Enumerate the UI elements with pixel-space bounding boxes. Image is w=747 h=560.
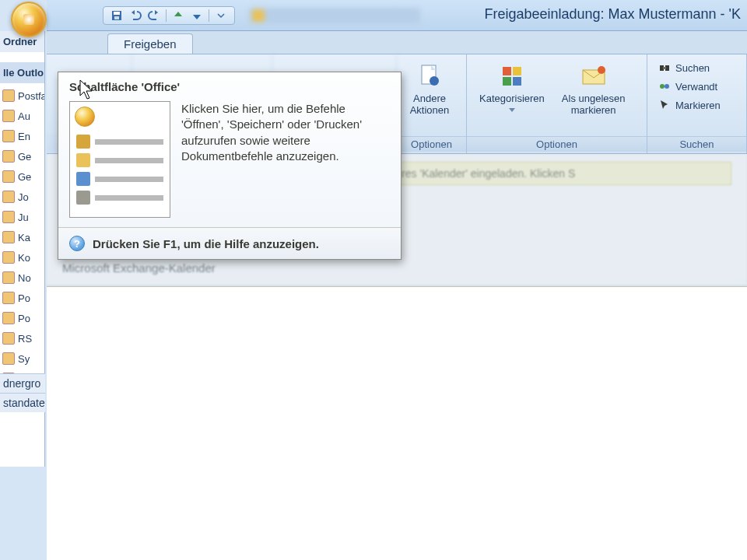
related-label: Verwandt xyxy=(675,81,717,93)
folder-icon xyxy=(2,89,15,102)
help-icon: ? xyxy=(69,236,85,251)
select-button[interactable]: Markieren xyxy=(655,96,724,114)
folder-icon xyxy=(2,271,15,284)
nav-group[interactable]: standate xyxy=(0,393,45,412)
categorize-label: Kategorisieren xyxy=(479,93,545,105)
nav-groups: dnergro standate xyxy=(0,373,45,412)
folder-item[interactable]: En xyxy=(0,126,44,146)
redo-button[interactable] xyxy=(147,9,161,23)
quick-access-toolbar xyxy=(103,6,235,25)
chevron-down-icon xyxy=(509,108,515,112)
folder-tree-root[interactable]: lle Outlo xyxy=(0,62,44,83)
tooltip-footer-text: Drücken Sie F1, um die Hilfe anzuzeigen. xyxy=(93,237,319,250)
folder-label: Ge xyxy=(18,151,31,163)
other-actions-label: Andere Aktionen xyxy=(410,93,450,117)
ribbon-tabs: Freigeben xyxy=(47,31,747,54)
folder-item[interactable]: Ge xyxy=(0,166,44,187)
next-item-button[interactable] xyxy=(190,9,204,23)
save-button[interactable] xyxy=(110,9,124,23)
document-gear-icon xyxy=(416,62,444,90)
down-arrow-icon xyxy=(191,9,203,22)
folder-list: Postfa Au En Ge Ge Jo Ju Ka Ko No Po Po … xyxy=(0,86,44,389)
svg-rect-1 xyxy=(114,12,120,15)
cursor-icon xyxy=(658,99,671,111)
folder-label: Postfa xyxy=(18,90,45,102)
folder-item[interactable]: Ju xyxy=(0,207,44,227)
ribbon-group-other-actions: Andere Aktionen Optionen xyxy=(397,54,467,153)
svg-rect-8 xyxy=(513,77,521,86)
svg-rect-7 xyxy=(503,77,511,86)
folder-item[interactable]: Po xyxy=(0,288,44,308)
mark-unread-label: Als ungelesen markieren xyxy=(562,93,626,117)
folder-icon xyxy=(2,110,15,122)
office-orb-mini-icon xyxy=(75,107,95,127)
svg-rect-13 xyxy=(663,67,666,69)
folder-icon xyxy=(2,191,15,203)
folder-item[interactable]: Jo xyxy=(0,187,44,207)
svg-rect-5 xyxy=(503,67,511,75)
envelope-icon xyxy=(580,62,608,90)
folder-label: Au xyxy=(18,110,30,122)
folder-label: Po xyxy=(18,313,30,324)
find-button[interactable]: Suchen xyxy=(655,59,724,76)
calendar-type: Microsoft Exchange-Kalender xyxy=(62,261,216,275)
folder-icon xyxy=(2,332,15,345)
folder-label: RS xyxy=(18,333,32,345)
folder-label: En xyxy=(18,131,30,142)
background-window-title xyxy=(249,8,420,23)
folder-icon xyxy=(2,211,15,223)
select-label: Markieren xyxy=(675,100,721,111)
group-label-suchen: Suchen xyxy=(647,136,746,152)
group-label-optionen: Optionen xyxy=(397,136,466,152)
folder-item[interactable]: Ko xyxy=(0,247,44,268)
folder-label: Ge xyxy=(18,171,31,183)
folder-item[interactable]: Postfa xyxy=(0,86,44,106)
svg-point-10 xyxy=(598,66,605,74)
folder-label: Jo xyxy=(18,191,29,203)
folder-label: Ko xyxy=(18,252,30,264)
categorize-button[interactable]: Kategorisieren xyxy=(475,59,549,136)
svg-point-4 xyxy=(430,76,439,86)
ribbon-group-find: Suchen Verwandt Markieren Suchen xyxy=(647,54,747,153)
related-button[interactable]: Verwandt xyxy=(655,78,724,95)
open-icon xyxy=(76,153,90,167)
folder-label: Ju xyxy=(18,212,29,223)
save-mini-icon xyxy=(76,172,90,186)
folder-icon xyxy=(2,231,15,243)
svg-point-15 xyxy=(665,84,669,89)
folder-icon xyxy=(2,130,15,142)
ribbon-group-options: Kategorisieren Als ungelesen markieren O… xyxy=(467,54,647,153)
folder-item[interactable]: Au xyxy=(0,106,44,126)
office-button-tooltip: Schaltfläche 'Office' Klicken Sie hier, … xyxy=(58,72,402,260)
mark-unread-button[interactable]: Als ungelesen markieren xyxy=(557,59,630,136)
folder-icon xyxy=(2,352,15,365)
new-icon xyxy=(76,135,90,149)
other-actions-button[interactable]: Andere Aktionen xyxy=(405,59,454,136)
undo-icon xyxy=(129,9,142,22)
folder-item[interactable]: No xyxy=(0,268,44,288)
folder-item[interactable]: Ge xyxy=(0,146,44,166)
folder-item[interactable]: Po xyxy=(0,308,44,328)
prev-item-button[interactable] xyxy=(171,9,185,23)
folder-item[interactable]: RS xyxy=(0,328,44,348)
tab-freigeben[interactable]: Freigeben xyxy=(107,33,193,54)
folder-item[interactable]: Sy xyxy=(0,348,44,369)
folder-icon xyxy=(2,150,15,163)
folder-label: Po xyxy=(18,292,30,304)
qat-customize-button[interactable] xyxy=(214,9,228,23)
window-title: Freigabeeinladung: Max Mustermann - 'K xyxy=(484,6,741,23)
folder-item[interactable]: Ka xyxy=(0,227,44,247)
tooltip-title: Schaltfläche 'Office' xyxy=(58,72,401,98)
save-icon xyxy=(110,9,123,22)
binoculars-icon xyxy=(658,61,671,74)
undo-button[interactable] xyxy=(128,9,142,23)
tooltip-description: Klicken Sie hier, um die Befehle 'Öffnen… xyxy=(181,101,390,218)
print-icon xyxy=(76,191,90,205)
group-label-optionen2: Optionen xyxy=(467,136,647,152)
redo-icon xyxy=(148,9,160,22)
nav-group[interactable]: dnergro xyxy=(0,373,45,393)
titlebar: Freigabeeinladung: Max Mustermann - 'K xyxy=(47,0,747,31)
svg-rect-2 xyxy=(114,16,119,19)
office-button[interactable] xyxy=(11,2,47,37)
svg-rect-6 xyxy=(513,67,521,75)
